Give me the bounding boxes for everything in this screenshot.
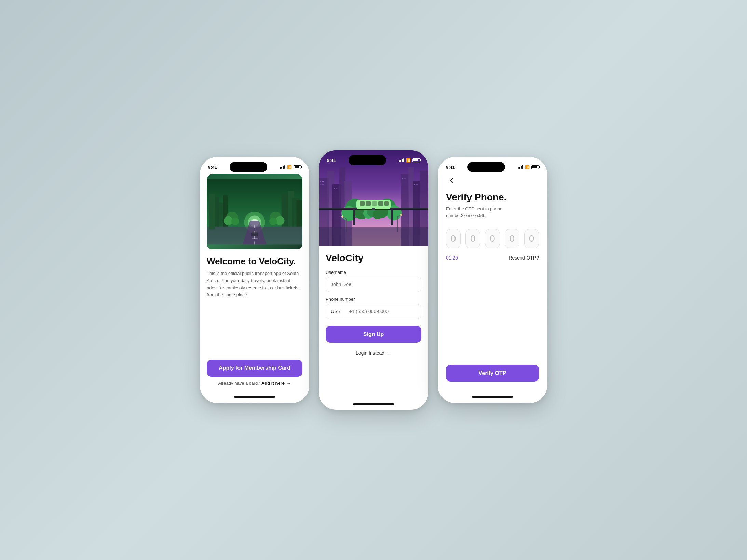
svg-rect-43 xyxy=(416,184,418,185)
otp-timer: 01:25 xyxy=(446,255,458,261)
otp-digit-1[interactable]: 0 xyxy=(446,229,461,248)
wifi-icon-2: 📶 xyxy=(406,158,411,163)
country-select[interactable]: US ▾ xyxy=(326,304,344,319)
status-bar-3: 9:41 📶 xyxy=(438,157,547,174)
verify-screen: 9:41 📶 Verify Phone. Enter the OTP sent … xyxy=(438,157,547,403)
battery-icon-2 xyxy=(412,158,420,162)
add-card-link[interactable]: Add it here → xyxy=(261,381,291,386)
svg-rect-33 xyxy=(322,184,324,185)
verify-content: Verify Phone. Enter the OTP sent to phon… xyxy=(438,174,547,393)
otp-digit-5[interactable]: 0 xyxy=(524,229,539,248)
status-icons-3: 📶 xyxy=(518,165,539,169)
username-input[interactable] xyxy=(326,277,421,292)
login-arrow: → xyxy=(386,350,391,356)
svg-point-17 xyxy=(231,218,239,225)
svg-point-55 xyxy=(341,215,343,218)
battery-icon-3 xyxy=(531,165,539,169)
status-icons-2: 📶 xyxy=(399,158,420,163)
battery-icon-1 xyxy=(294,165,301,169)
otp-input-row: 0 0 0 0 0 xyxy=(446,229,539,248)
svg-rect-31 xyxy=(322,181,324,182)
otp-digit-3[interactable]: 0 xyxy=(485,229,500,248)
dynamic-island-3 xyxy=(467,162,505,172)
home-indicator-2 xyxy=(353,403,394,405)
home-indicator-1 xyxy=(234,396,275,398)
welcome-content: Welcome to VeloCity. This is the officia… xyxy=(200,174,309,393)
svg-point-52 xyxy=(373,210,382,219)
signup-screen: 9:41 📶 xyxy=(319,150,428,410)
svg-rect-32 xyxy=(320,184,321,185)
dynamic-island-2 xyxy=(349,155,386,165)
country-code: US xyxy=(331,309,337,314)
otp-digit-2[interactable]: 0 xyxy=(465,229,480,248)
svg-rect-35 xyxy=(336,188,337,189)
otp-timer-row: 01:25 Resend OTP? xyxy=(446,255,539,261)
otp-digit-4[interactable]: 0 xyxy=(505,229,519,248)
signup-content: 9:41 📶 xyxy=(319,150,428,410)
status-icons-1: 📶 xyxy=(280,165,301,169)
svg-point-20 xyxy=(269,218,277,225)
welcome-title: Welcome to VeloCity. xyxy=(207,256,302,267)
status-bar-2: 9:41 📶 xyxy=(319,150,428,167)
svg-rect-41 xyxy=(404,178,406,179)
verify-title: Verify Phone. xyxy=(446,192,539,203)
svg-rect-66 xyxy=(366,201,371,206)
svg-rect-42 xyxy=(414,184,415,185)
svg-rect-40 xyxy=(402,178,403,179)
login-instead-label: Login Instead xyxy=(356,350,384,356)
existing-card-label: Already have a card? xyxy=(218,381,260,386)
hero-image-1 xyxy=(207,174,302,249)
svg-rect-61 xyxy=(353,208,355,225)
dynamic-island-1 xyxy=(230,162,267,172)
wifi-icon-3: 📶 xyxy=(525,165,530,169)
svg-rect-14 xyxy=(297,200,303,227)
chevron-down-icon: ▾ xyxy=(339,310,340,313)
phone-input-row: US ▾ xyxy=(326,304,421,319)
svg-rect-69 xyxy=(384,201,389,206)
status-time-1: 9:41 xyxy=(208,165,217,170)
resend-otp-link[interactable]: Resend OTP? xyxy=(508,255,539,261)
phone-number-input[interactable] xyxy=(344,304,421,319)
svg-rect-70 xyxy=(372,208,375,210)
apply-membership-button[interactable]: Apply for Membership Card xyxy=(207,360,302,377)
battery-fill-1 xyxy=(295,166,299,168)
spacer xyxy=(446,269,539,365)
hero-image-2: 9:41 📶 xyxy=(319,150,428,246)
svg-rect-62 xyxy=(391,208,393,225)
login-instead-link[interactable]: Login Instead → xyxy=(326,350,421,356)
verify-otp-button[interactable]: Verify OTP xyxy=(446,365,539,382)
username-label: Username xyxy=(326,270,421,275)
existing-card-text: Already have a card? Add it here → xyxy=(207,381,302,386)
svg-rect-30 xyxy=(320,181,321,182)
add-card-arrow: → xyxy=(287,381,291,386)
signal-icon-3 xyxy=(518,165,524,169)
signal-icon-1 xyxy=(280,165,286,169)
status-time-3: 9:41 xyxy=(446,165,455,170)
svg-rect-71 xyxy=(319,227,428,246)
back-button[interactable] xyxy=(446,174,458,186)
status-bar-1: 9:41 📶 xyxy=(200,157,309,174)
svg-rect-22 xyxy=(252,232,258,234)
battery-fill-2 xyxy=(413,159,418,161)
svg-rect-68 xyxy=(378,201,383,206)
svg-rect-67 xyxy=(372,201,377,206)
welcome-description: This is the official public transport ap… xyxy=(207,270,302,354)
battery-fill-3 xyxy=(532,166,537,168)
signup-form: VeloCity Username Phone number US ▾ Sign… xyxy=(319,246,428,400)
svg-point-58 xyxy=(400,214,402,216)
home-indicator-3 xyxy=(472,396,513,398)
screens-container: 9:41 📶 xyxy=(200,150,547,410)
svg-rect-65 xyxy=(360,201,365,206)
app-name-logo: VeloCity xyxy=(326,253,421,264)
signup-button[interactable]: Sign Up xyxy=(326,326,421,343)
phone-label: Phone number xyxy=(326,297,421,302)
welcome-screen: 9:41 📶 xyxy=(200,157,309,403)
signal-icon-2 xyxy=(399,158,405,162)
wifi-icon-1: 📶 xyxy=(287,165,292,169)
verify-subtitle: Enter the OTP sent to phone number3xxxxx… xyxy=(446,206,539,219)
svg-rect-34 xyxy=(334,188,335,189)
svg-rect-8 xyxy=(209,194,215,230)
status-time-2: 9:41 xyxy=(327,158,336,163)
